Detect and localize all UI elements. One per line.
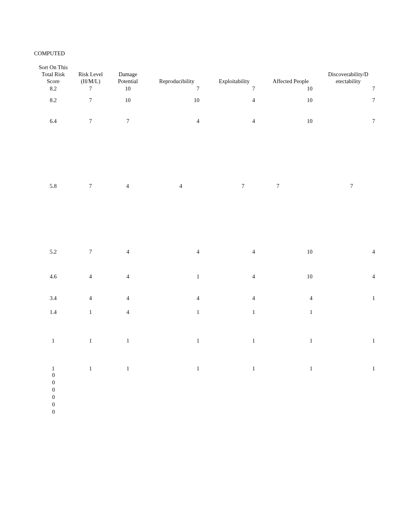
cell-score: 4.6 bbox=[34, 273, 72, 280]
cell-discoverability: 1 bbox=[320, 295, 377, 302]
cell-damage: 7 bbox=[109, 118, 147, 124]
table-header-row: Sort On This Total Risk Score Risk Level… bbox=[34, 64, 377, 85]
table-row: 3.4 4 4 4 4 4 1 bbox=[34, 291, 377, 307]
cell-exploitability: 4 bbox=[206, 97, 262, 104]
table-row: 8.2 7 10 7 7 10 7 bbox=[34, 85, 377, 94]
table-row: 4.6 4 4 1 4 10 4 bbox=[34, 269, 377, 291]
cell-score: 3.4 bbox=[34, 295, 72, 302]
cell-reproducibility: 4 bbox=[147, 249, 207, 255]
cell-score: 0 bbox=[34, 401, 73, 408]
cell-discoverability: 4 bbox=[320, 273, 377, 280]
cell-affected: 1 bbox=[262, 309, 320, 315]
cell-reproducibility: 1 bbox=[147, 273, 207, 280]
table-row: 6.4 7 7 4 4 10 7 bbox=[34, 113, 377, 179]
cell-risk-level: 1 bbox=[72, 338, 109, 344]
cell-exploitability: 4 bbox=[206, 249, 262, 255]
cell-discoverability: 7 bbox=[320, 85, 377, 92]
header-damage-potential: Damage Potential bbox=[109, 71, 147, 85]
cell-score: 1.4 bbox=[34, 309, 72, 315]
cell-damage: 4 bbox=[108, 183, 147, 189]
cell-exploitability: 4 bbox=[206, 118, 262, 124]
cell-risk-level: 7 bbox=[72, 249, 109, 255]
cell-reproducibility: 10 bbox=[147, 97, 207, 104]
cell-risk-level: 4 bbox=[72, 295, 109, 302]
cell-damage: 4 bbox=[109, 273, 147, 280]
header-total-risk-score: Sort On This Total Risk Score bbox=[34, 64, 72, 85]
table-row: 0 bbox=[34, 372, 377, 379]
table-row: 1 1 1 1 1 1 1 bbox=[34, 331, 377, 358]
cell-reproducibility: 7 bbox=[147, 85, 207, 92]
cell-damage: 4 bbox=[109, 295, 147, 302]
cell-score: 0 bbox=[34, 409, 73, 415]
cell-affected: 10 bbox=[262, 273, 320, 280]
table-row: 0 bbox=[34, 379, 377, 387]
cell-risk-level: 1 bbox=[72, 309, 109, 315]
cell-risk-level: 7 bbox=[72, 183, 109, 189]
cell-damage: 4 bbox=[109, 309, 147, 315]
table-row: 0 bbox=[34, 401, 377, 409]
cell-exploitability: 1 bbox=[206, 309, 262, 315]
cell-affected: 10 bbox=[262, 85, 320, 92]
table-row: 8.2 7 10 10 4 10 7 bbox=[34, 94, 377, 113]
header-affected-people: Affected People bbox=[262, 78, 319, 85]
cell-affected: 10 bbox=[262, 118, 320, 124]
cell-affected: 1 bbox=[262, 365, 320, 372]
cell-exploitability: 1 bbox=[206, 338, 262, 344]
cell-reproducibility: 1 bbox=[147, 365, 207, 372]
table-row: 1.4 1 4 1 1 1 bbox=[34, 307, 377, 331]
cell-reproducibility: 4 bbox=[147, 118, 207, 124]
table-row: 5.8 7 4 4 7 7 7 bbox=[34, 179, 377, 245]
header-discoverability: Discoverability/D etectability bbox=[320, 71, 377, 85]
cell-damage: 1 bbox=[109, 338, 147, 344]
cell-risk-level: 4 bbox=[72, 273, 109, 280]
cell-reproducibility: 4 bbox=[147, 295, 207, 302]
cell-score: 0 bbox=[34, 387, 73, 393]
table-row: 0 bbox=[34, 394, 377, 401]
cell-affected: 10 bbox=[262, 249, 320, 255]
cell-risk-level: 7 bbox=[72, 118, 109, 124]
cell-score: 8.2 bbox=[34, 97, 72, 104]
cell-damage: 1 bbox=[109, 365, 147, 372]
table-row: 0 bbox=[34, 387, 377, 394]
cell-exploitability: 4 bbox=[206, 273, 262, 280]
cell-damage: 10 bbox=[109, 97, 147, 104]
cell-discoverability: 7 bbox=[320, 97, 377, 104]
risk-table: Sort On This Total Risk Score Risk Level… bbox=[34, 64, 377, 416]
section-title: COMPUTED bbox=[34, 50, 377, 57]
cell-score: 8.2 bbox=[34, 85, 72, 92]
cell-score: 1 bbox=[34, 338, 72, 344]
cell-affected: 10 bbox=[262, 97, 320, 104]
header-risk-level: Risk Level (H/M/L) bbox=[72, 71, 109, 85]
cell-affected: 7 bbox=[262, 183, 319, 189]
cell-discoverability: 7 bbox=[320, 118, 377, 124]
cell-damage: 4 bbox=[109, 249, 147, 255]
cell-damage: 10 bbox=[109, 85, 147, 92]
cell-score: 1 bbox=[34, 365, 72, 372]
cell-affected: 1 bbox=[262, 338, 320, 344]
cell-reproducibility: 4 bbox=[147, 183, 206, 189]
cell-risk-level: 1 bbox=[72, 365, 109, 372]
cell-score: 6.4 bbox=[34, 118, 72, 124]
table-row: 0 bbox=[34, 409, 377, 416]
cell-discoverability: 1 bbox=[320, 338, 377, 344]
table-row: 1 1 1 1 1 1 1 bbox=[34, 358, 377, 372]
cell-discoverability: 1 bbox=[320, 365, 377, 372]
header-reproducibility: Reproducibility bbox=[147, 78, 206, 85]
table-row: 5.2 7 4 4 4 10 4 bbox=[34, 245, 377, 269]
cell-affected: 4 bbox=[262, 295, 320, 302]
cell-reproducibility: 1 bbox=[147, 338, 207, 344]
cell-risk-level: 7 bbox=[72, 97, 109, 104]
cell-score: 5.2 bbox=[34, 249, 72, 255]
cell-score: 0 bbox=[34, 372, 73, 379]
cell-reproducibility: 1 bbox=[147, 309, 207, 315]
cell-exploitability: 7 bbox=[206, 85, 262, 92]
cell-risk-level: 7 bbox=[72, 85, 109, 92]
cell-discoverability: 4 bbox=[320, 249, 377, 255]
cell-score: 0 bbox=[34, 394, 73, 401]
cell-score: 0 bbox=[34, 379, 73, 386]
cell-exploitability: 1 bbox=[206, 365, 262, 372]
cell-exploitability: 4 bbox=[206, 295, 262, 302]
cell-exploitability: 7 bbox=[206, 183, 262, 189]
cell-discoverability: 7 bbox=[319, 183, 377, 189]
cell-score: 5.8 bbox=[34, 183, 72, 189]
